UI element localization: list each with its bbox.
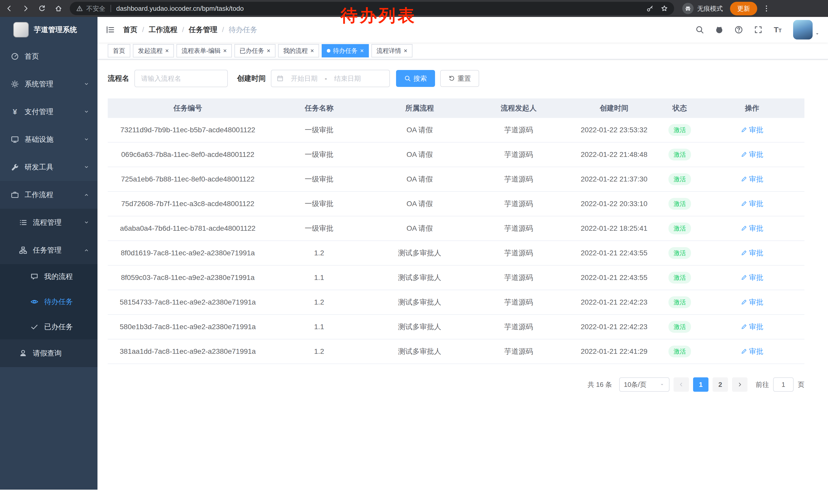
sidebar-item-leave-query[interactable]: 请假查询 xyxy=(0,339,97,367)
sidebar-item-my-process[interactable]: 我的流程 xyxy=(0,264,97,289)
cell-status: 激活 xyxy=(660,216,700,240)
approve-link[interactable]: 审批 xyxy=(741,125,763,135)
close-icon[interactable]: × xyxy=(223,48,227,54)
update-button[interactable]: 更新 xyxy=(730,2,757,15)
key-icon[interactable] xyxy=(647,5,654,12)
cell-status: 激活 xyxy=(660,241,700,265)
tab-home[interactable]: 首页 xyxy=(108,44,130,57)
cell-action: 审批 xyxy=(700,192,804,216)
browser-back-button[interactable] xyxy=(2,1,16,16)
edit-icon xyxy=(741,151,747,158)
fullscreen-button[interactable] xyxy=(752,21,764,38)
approve-link[interactable]: 审批 xyxy=(741,174,763,184)
bookmark-star-icon[interactable] xyxy=(661,5,668,12)
github-button[interactable] xyxy=(713,21,726,38)
user-menu[interactable] xyxy=(793,20,820,40)
sidebar-item-todo-task[interactable]: 待办任务 xyxy=(0,289,97,314)
sidebar-item-label: 基础设施 xyxy=(25,135,53,144)
sidebar-item-home[interactable]: 首页 xyxy=(0,43,97,70)
reset-button[interactable]: 重置 xyxy=(440,70,479,87)
breadcrumb-item-0[interactable]: 首页 xyxy=(123,25,137,35)
date-range-picker[interactable]: - xyxy=(271,70,390,87)
prev-page-button[interactable] xyxy=(673,377,689,392)
cell-id: 580e1b3d-7ac8-11ec-a9e2-a2380e71991a xyxy=(108,315,268,339)
sidebar-item-label: 任务管理 xyxy=(33,245,61,255)
cell-action: 审批 xyxy=(700,290,804,314)
app-logo-row[interactable]: 芋道管理系统 xyxy=(0,17,97,43)
approve-link[interactable]: 审批 xyxy=(741,248,763,258)
goto-page-input[interactable] xyxy=(773,377,794,392)
approve-link[interactable]: 审批 xyxy=(741,297,763,307)
approve-link-label: 审批 xyxy=(749,125,763,135)
approve-link[interactable]: 审批 xyxy=(741,347,763,356)
eye-icon xyxy=(30,297,39,306)
approve-link[interactable]: 审批 xyxy=(741,150,763,159)
reset-button-label: 重置 xyxy=(458,74,471,83)
status-badge: 激活 xyxy=(668,346,691,357)
page-size-select[interactable]: 10条/页 xyxy=(619,377,669,392)
search-button-label: 搜索 xyxy=(413,74,427,83)
breadcrumb-item-1[interactable]: 工作流程 xyxy=(149,25,177,35)
tab-todo-task[interactable]: 待办任务× xyxy=(322,44,369,57)
breadcrumb-item-2[interactable]: 任务管理 xyxy=(189,25,217,35)
help-button[interactable] xyxy=(733,21,745,38)
next-page-button[interactable] xyxy=(732,377,747,392)
cell-action: 审批 xyxy=(700,118,804,142)
close-icon[interactable]: × xyxy=(267,48,271,54)
tab-label: 发起流程 xyxy=(138,47,163,55)
tab-form-edit[interactable]: 流程表单-编辑× xyxy=(176,44,232,57)
sidebar-item-process-mgmt[interactable]: 流程管理 xyxy=(0,209,97,236)
cell-initiator: 芋道源码 xyxy=(469,167,569,191)
cell-id: 381aa1dd-7ac8-11ec-a9e2-a2380e71991a xyxy=(108,339,268,364)
list-icon xyxy=(18,218,28,227)
browser-reload-button[interactable] xyxy=(35,1,49,16)
search-button[interactable]: 搜索 xyxy=(396,70,435,87)
cell-created: 2022-01-22 20:33:10 xyxy=(569,192,660,216)
table-row: 73211d9d-7b9b-11ec-b5b7-acde48001122一级审批… xyxy=(108,118,804,142)
close-icon[interactable]: × xyxy=(165,48,169,54)
process-name-input[interactable] xyxy=(134,70,228,87)
edit-icon xyxy=(741,176,747,182)
column-header-4: 创建时间 xyxy=(569,98,660,118)
font-size-button[interactable]: TT xyxy=(772,21,784,38)
sidebar-item-done-task[interactable]: 已办任务 xyxy=(0,314,97,339)
cell-process: OA 请假 xyxy=(370,167,469,191)
sidebar-item-system[interactable]: 系统管理 xyxy=(0,70,97,98)
close-icon[interactable]: × xyxy=(360,48,364,54)
start-date-input[interactable] xyxy=(284,75,325,83)
sidebar-item-payment[interactable]: ¥支付管理 xyxy=(0,98,97,126)
main: 首页/工作流程/任务管理/待办任务 TT 首页发起流程×流程表单-编辑×已办任务… xyxy=(97,17,828,490)
approve-link[interactable]: 审批 xyxy=(741,273,763,282)
header-search-button[interactable] xyxy=(694,21,706,38)
sidebar-item-devtools[interactable]: 研发工具 xyxy=(0,153,97,181)
tab-my-process[interactable]: 我的流程× xyxy=(278,44,319,57)
browser-menu-button[interactable] xyxy=(759,1,774,16)
cell-created: 2022-01-21 22:42:23 xyxy=(569,290,660,314)
tab-process-detail[interactable]: 流程详情× xyxy=(371,44,412,57)
sidebar-item-workflow[interactable]: 工作流程 xyxy=(0,181,97,209)
cell-id: 73211d9d-7b9b-11ec-b5b7-acde48001122 xyxy=(108,118,268,142)
cell-name: 一级审批 xyxy=(268,216,370,240)
close-icon[interactable]: × xyxy=(404,48,407,54)
browser-home-button[interactable] xyxy=(51,1,66,16)
approve-link[interactable]: 审批 xyxy=(741,322,763,332)
close-icon[interactable]: × xyxy=(310,48,314,54)
column-header-3: 流程发起人 xyxy=(469,98,569,118)
sidebar-item-label: 流程管理 xyxy=(33,218,61,227)
sidebar-item-task-mgmt[interactable]: 任务管理 xyxy=(0,236,97,264)
incognito-label: 无痕模式 xyxy=(697,4,723,13)
tab-done-task[interactable]: 已办任务× xyxy=(235,44,276,57)
approve-link[interactable]: 审批 xyxy=(741,224,763,233)
approve-link[interactable]: 审批 xyxy=(741,199,763,209)
calendar-icon xyxy=(277,75,284,82)
sidebar-item-infra[interactable]: 基础设施 xyxy=(0,126,97,153)
tab-start-process[interactable]: 发起流程× xyxy=(133,44,174,57)
browser-forward-button[interactable] xyxy=(18,1,33,16)
sidebar-toggle-button[interactable] xyxy=(97,17,123,43)
url-text: dashboard.yudao.iocoder.cn/bpm/task/todo xyxy=(116,5,244,12)
page-button-2[interactable]: 2 xyxy=(713,377,728,392)
approve-link-label: 审批 xyxy=(749,248,763,258)
end-date-input[interactable] xyxy=(327,75,368,83)
page-button-1[interactable]: 1 xyxy=(693,377,708,392)
cell-status: 激活 xyxy=(660,118,700,142)
